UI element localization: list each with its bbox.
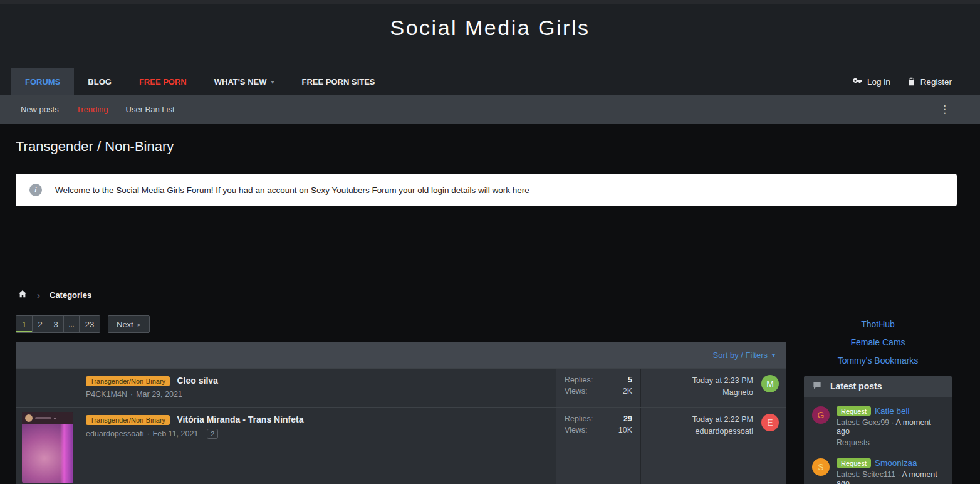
nav-tab-free-porn[interactable]: FREE PORN xyxy=(125,68,201,95)
page-button-23[interactable]: 23 xyxy=(79,316,100,332)
subnav-items: New posts Trending User Ban List xyxy=(21,105,175,114)
main-nav: FORUMS BLOG FREE PORN WHAT'S NEW ▾ FREE … xyxy=(0,68,980,95)
thread-stats-cell: Replies: 29 Views: 10K xyxy=(556,408,640,484)
page-button-3[interactable]: 3 xyxy=(48,316,63,332)
thread-thumbnail[interactable] xyxy=(22,412,73,483)
next-page-button[interactable]: Next ▸ xyxy=(108,315,150,333)
latest-posts-header: Latest posts xyxy=(804,376,952,397)
replies-label: Replies: xyxy=(565,414,593,423)
page-title: Transgender / Non-Binary xyxy=(16,139,957,155)
thread-title-link[interactable]: Cleo silva xyxy=(177,376,218,386)
info-icon: i xyxy=(29,184,42,196)
views-count: 10K xyxy=(618,426,632,434)
sub-nav: New posts Trending User Ban List ⋮ xyxy=(0,95,980,124)
latest-post-meta: Latest: Goxs99 · A moment ago xyxy=(837,418,944,436)
thumbnail-avatar xyxy=(25,414,33,422)
list-item: G Request Katie bell Latest: Goxs99 · A … xyxy=(812,401,944,453)
thread-stats-cell: Replies: 5 Views: 2K xyxy=(556,369,640,407)
nav-tab-forums[interactable]: FORUMS xyxy=(11,68,74,95)
nav-tab-forums-label: FORUMS xyxy=(25,77,60,87)
thread-meta: P4CK1M4N · Mar 29, 2021 xyxy=(86,390,550,399)
login-label: Log in xyxy=(867,77,890,87)
request-badge[interactable]: Request xyxy=(837,406,871,416)
replies-count: 5 xyxy=(628,376,632,384)
latest-post-author[interactable]: Latest: Scitec111 · xyxy=(837,470,900,479)
thread-author-link[interactable]: P4CK1M4N xyxy=(86,390,127,399)
chevron-down-icon: ▾ xyxy=(772,352,775,359)
page-button-2[interactable]: 2 xyxy=(32,316,48,332)
thread-latest-cell: Today at 2:23 PM Magneto M xyxy=(640,369,786,407)
thread-date: Mar 29, 2021 xyxy=(136,390,182,399)
subnav-new-posts[interactable]: New posts xyxy=(21,105,59,114)
list-item: S Request Smoonizaa Latest: Scitec111 · … xyxy=(812,453,944,484)
latest-post-user[interactable]: eduardopessoati xyxy=(692,426,753,438)
sort-filters-button[interactable]: Sort by / Filters xyxy=(713,350,768,360)
thread-prefix-badge[interactable]: Transgender/Non-Binary xyxy=(86,415,170,425)
sidebar-link-thothub[interactable]: ThotHub xyxy=(799,318,957,330)
latest-post-author[interactable]: Latest: Goxs99 · xyxy=(837,418,894,427)
overflow-menu-icon[interactable]: ⋮ xyxy=(939,103,950,116)
site-header: Social Media Girls FORUMS BLOG FREE PORN… xyxy=(0,4,980,95)
thumbnail-story-bar xyxy=(22,412,73,424)
key-icon xyxy=(852,76,863,87)
latest-post-time[interactable]: Today at 2:23 PM xyxy=(692,375,753,387)
sidebar-link-tommys-bookmarks[interactable]: Tommy's Bookmarks xyxy=(799,355,957,367)
nav-tab-blog-label: BLOG xyxy=(88,77,112,87)
site-title: Social Media Girls xyxy=(0,14,980,41)
sidebar-link-female-cams[interactable]: Female Cams xyxy=(799,337,957,349)
login-button[interactable]: Log in xyxy=(852,76,890,87)
breadcrumb-separator: › xyxy=(37,290,40,300)
home-icon[interactable] xyxy=(18,289,28,301)
nav-tabs: FORUMS BLOG FREE PORN WHAT'S NEW ▾ FREE … xyxy=(11,68,389,95)
page-button-ellipsis[interactable]: ... xyxy=(63,316,79,332)
thread-meta: eduardopessoati · Feb 11, 2021 2 xyxy=(86,429,550,439)
meta-separator: · xyxy=(130,390,133,399)
subnav-trending[interactable]: Trending xyxy=(76,105,108,114)
latest-posts-body: G Request Katie bell Latest: Goxs99 · A … xyxy=(804,397,952,484)
avatar[interactable]: E xyxy=(761,414,779,431)
welcome-notice: i Welcome to the Social Media Girls Foru… xyxy=(16,174,957,206)
thread-main-cell: Transgender/Non-Binary Cleo silva P4CK1M… xyxy=(86,369,556,407)
subnav-user-ban-list[interactable]: User Ban List xyxy=(126,105,175,114)
replies-label: Replies: xyxy=(565,376,593,384)
thread-list: Sort by / Filters ▾ Transgender/Non-Bina… xyxy=(16,342,786,484)
latest-post-time[interactable]: Today at 2:22 PM xyxy=(692,414,753,426)
thread-author-link[interactable]: eduardopessoati xyxy=(86,429,143,438)
thread-prefix-badge[interactable]: Transgender/Non-Binary xyxy=(86,376,170,386)
page-number-group: 1 2 3 ... 23 xyxy=(16,315,100,333)
thread-row: Transgender/Non-Binary Vitória Miranda -… xyxy=(16,407,786,484)
thread-status-cell xyxy=(16,408,86,484)
nav-tab-whats-new[interactable]: WHAT'S NEW ▾ xyxy=(201,68,288,95)
views-label: Views: xyxy=(565,387,588,396)
latest-post-title-link[interactable]: Katie bell xyxy=(875,406,910,416)
welcome-notice-text: Welcome to the Social Media Girls Forum!… xyxy=(55,186,529,195)
latest-post-title-link[interactable]: Smoonizaa xyxy=(875,458,917,468)
register-button[interactable]: Register xyxy=(907,76,952,87)
thread-page-2-button[interactable]: 2 xyxy=(207,429,218,439)
speech-bubble-icon xyxy=(812,381,822,392)
page-button-1[interactable]: 1 xyxy=(16,316,32,332)
chevron-down-icon: ▾ xyxy=(271,78,274,85)
next-page-label: Next xyxy=(117,320,133,329)
avatar[interactable]: G xyxy=(812,406,830,424)
two-column-layout: 1 2 3 ... 23 Next ▸ Sort by / Filters ▾ xyxy=(16,315,957,484)
avatar[interactable]: S xyxy=(812,458,830,476)
request-badge[interactable]: Request xyxy=(837,458,871,468)
latest-post-user[interactable]: Magneto xyxy=(692,387,753,399)
main-column: 1 2 3 ... 23 Next ▸ Sort by / Filters ▾ xyxy=(16,315,786,484)
views-label: Views: xyxy=(565,426,588,434)
replies-count: 29 xyxy=(623,414,632,423)
account-links: Log in Register xyxy=(852,68,961,95)
pagination: 1 2 3 ... 23 Next ▸ xyxy=(16,315,786,333)
avatar[interactable]: M xyxy=(761,375,779,392)
sidebar-links: ThotHub Female Cams Tommy's Bookmarks xyxy=(799,315,957,367)
nav-tab-free-porn-sites-label: FREE PORN SITES xyxy=(302,77,375,87)
latest-post-meta: Latest: Scitec111 · A moment ago xyxy=(837,470,944,484)
nav-tab-blog[interactable]: BLOG xyxy=(74,68,125,95)
thread-title-link[interactable]: Vitória Miranda - Trans Ninfeta xyxy=(177,414,304,424)
latest-post-forum-link[interactable]: Requests xyxy=(837,438,944,447)
nav-tab-free-porn-sites[interactable]: FREE PORN SITES xyxy=(288,68,389,95)
thread-main-cell: Transgender/Non-Binary Vitória Miranda -… xyxy=(86,408,556,484)
breadcrumb-categories[interactable]: Categories xyxy=(50,290,91,300)
thread-date: Feb 11, 2021 xyxy=(153,429,199,438)
